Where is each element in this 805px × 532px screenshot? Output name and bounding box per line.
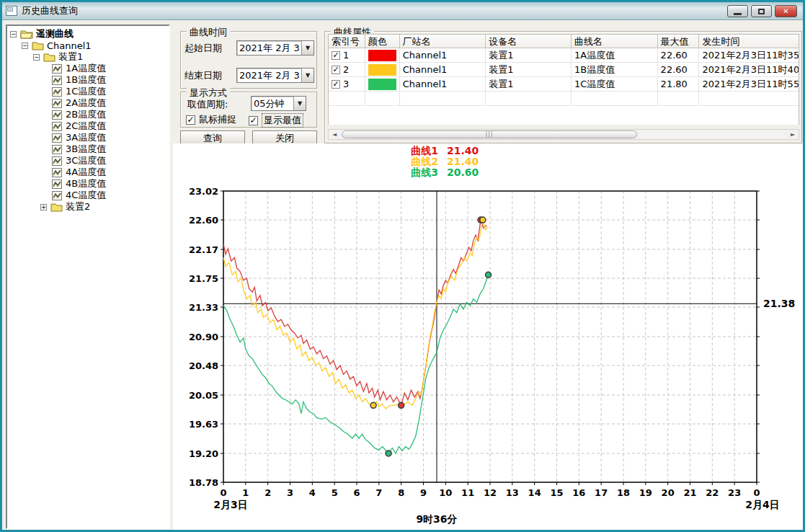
- tree-item-curve[interactable]: 1A温度值: [9, 63, 167, 74]
- svg-text:4: 4: [309, 487, 316, 498]
- svg-text:9时36分: 9时36分: [416, 513, 457, 525]
- tree-item-curve[interactable]: 3B温度值: [9, 143, 167, 155]
- curve-icon: [52, 145, 63, 154]
- svg-text:9: 9: [420, 487, 427, 498]
- svg-text:10: 10: [439, 487, 452, 498]
- folder-icon: [50, 203, 63, 212]
- title-bar[interactable]: 历史曲线查询 ✕: [2, 2, 803, 20]
- station-cell: Channel1: [400, 77, 486, 92]
- col-header-time[interactable]: 发生时间: [699, 35, 799, 48]
- svg-text:20: 20: [662, 487, 675, 498]
- curve-time-group-title: 曲线时间: [187, 26, 230, 39]
- table-header-row[interactable]: 索引号 颜色 厂站名 设备名 曲线名 最大值 发生时间: [329, 35, 799, 48]
- minimize-button[interactable]: [727, 5, 748, 17]
- device-cell: 装置1: [486, 77, 571, 92]
- row-checkbox[interactable]: [332, 51, 340, 60]
- svg-text:0: 0: [220, 487, 226, 498]
- curve-icon: [52, 87, 63, 97]
- empty-table-row: [329, 92, 799, 106]
- collapse-icon[interactable]: [10, 31, 17, 37]
- tree-item-curve[interactable]: 2A温度值: [9, 97, 167, 109]
- row-index: 2: [343, 64, 349, 75]
- svg-text:2月4日: 2月4日: [745, 499, 779, 510]
- col-header-station[interactable]: 厂站名: [400, 35, 486, 48]
- show-extremes-checkbox[interactable]: [249, 116, 258, 125]
- curve-icon: [52, 99, 63, 108]
- legend-item: 曲线3 20.60: [405, 167, 487, 178]
- start-date-row: 起始日期: [184, 42, 234, 55]
- tree-item-curve[interactable]: 4C温度值: [9, 190, 167, 201]
- legend-label: 曲线2: [405, 156, 438, 167]
- table-row[interactable]: 3 Channel1 装置1 1C温度值 21.80 2021年2月3日11时5…: [329, 77, 799, 92]
- show-extremes-checkbox-row[interactable]: 显示最值: [249, 113, 303, 128]
- collapse-icon[interactable]: [33, 54, 40, 61]
- start-date-combo[interactable]: 2021年 2月 3 ▼: [236, 40, 314, 56]
- col-header-device[interactable]: 设备名: [486, 35, 571, 48]
- collapse-icon[interactable]: [22, 43, 28, 49]
- svg-text:23.02: 23.02: [189, 186, 218, 197]
- legend-value: 20.60: [447, 167, 487, 178]
- svg-text:21.75: 21.75: [189, 273, 218, 284]
- table-row[interactable]: 1 Channel1 装置1 1A温度值 22.60 2021年2月3日11时3…: [329, 48, 799, 63]
- time-cell: 2021年2月3日11时55: [699, 77, 799, 92]
- dropdown-arrow-icon[interactable]: ▼: [301, 41, 313, 55]
- max-cell: 21.80: [658, 77, 700, 92]
- close-icon: ✕: [783, 8, 788, 15]
- maximize-icon: [758, 9, 765, 14]
- svg-text:2月3日: 2月3日: [213, 499, 247, 510]
- svg-text:23: 23: [728, 487, 741, 498]
- tree-item-curve[interactable]: 1B温度值: [9, 74, 167, 86]
- mouse-capture-checkbox-row[interactable]: 鼠标捕捉: [186, 113, 236, 126]
- dropdown-arrow-icon[interactable]: ▼: [301, 68, 313, 82]
- chart-legend: 曲线1 21.40 曲线2 21.40 曲线3 20.60: [405, 146, 487, 178]
- svg-text:20.48: 20.48: [189, 360, 218, 371]
- end-date-combo[interactable]: 2021年 2月 3 ▼: [236, 68, 314, 83]
- show-extremes-label: 显示最值: [262, 113, 303, 128]
- scrollbar-thumb[interactable]: |||: [342, 130, 637, 138]
- tree-item-curve[interactable]: 3A温度值: [9, 132, 167, 143]
- period-combo[interactable]: 05分钟 ▼: [251, 96, 306, 111]
- expand-icon[interactable]: [40, 204, 47, 210]
- scroll-right-arrow-icon[interactable]: ►: [787, 130, 799, 139]
- end-date-row: 结束日期: [184, 69, 234, 82]
- table-row[interactable]: 2 Channel1 装置1 1B温度值 22.60 2021年2月3日11时4…: [329, 63, 799, 77]
- scroll-left-arrow-icon[interactable]: ◄: [329, 130, 340, 139]
- col-header-max[interactable]: 最大值: [658, 35, 700, 48]
- chart-area[interactable]: 曲线1 21.40 曲线2 21.40 曲线3 20.60 23.0222.60…: [173, 143, 804, 532]
- curve-properties-table[interactable]: 索引号 颜色 厂站名 设备名 曲线名 最大值 发生时间 1 Channel1 装…: [328, 34, 799, 125]
- mouse-capture-checkbox[interactable]: [186, 115, 195, 125]
- tree-item-curve[interactable]: 3C温度值: [9, 155, 167, 167]
- row-checkbox[interactable]: [332, 66, 340, 74]
- curve-tree[interactable]: 遥测曲线 Channel1 装置1 1A温度值1B温度值1C温度值2A温度值2B…: [6, 25, 170, 529]
- tree-item-device2[interactable]: 装置2: [9, 201, 167, 213]
- curve-cell: 1C温度值: [571, 77, 658, 92]
- tree-item-telemetry-curves[interactable]: 遥测曲线: [9, 28, 167, 40]
- tree-item-curve[interactable]: 2C温度值: [9, 120, 167, 132]
- tree-item-curve[interactable]: 4B温度值: [9, 178, 167, 190]
- svg-text:0: 0: [753, 487, 760, 498]
- curve-chart-svg[interactable]: 23.0222.6022.1721.7521.3320.9020.4820.05…: [173, 143, 804, 532]
- table-horizontal-scrollbar[interactable]: ◄ ||| ►: [328, 129, 799, 140]
- max-cell: 22.60: [658, 48, 700, 63]
- tree-item-channel1[interactable]: Channel1: [9, 40, 167, 51]
- color-swatch: [368, 79, 396, 90]
- curve-cell: 1B温度值: [571, 63, 658, 77]
- end-date-value: 2021年 2月 3: [237, 69, 301, 82]
- col-header-curve[interactable]: 曲线名: [571, 35, 658, 48]
- scrollbar-track[interactable]: |||: [340, 130, 787, 139]
- dropdown-arrow-icon[interactable]: ▼: [293, 97, 306, 110]
- max-cell: 22.60: [658, 63, 700, 77]
- maximize-button[interactable]: [751, 5, 772, 17]
- svg-text:2: 2: [264, 487, 271, 498]
- row-checkbox[interactable]: [332, 80, 340, 89]
- device-cell: 装置1: [486, 63, 571, 77]
- close-button[interactable]: ✕: [775, 5, 797, 17]
- tree-item-curve[interactable]: 1C温度值: [9, 86, 167, 97]
- col-header-index[interactable]: 索引号: [329, 35, 365, 48]
- col-header-color[interactable]: 颜色: [365, 35, 400, 48]
- tree-item-curve[interactable]: 4A温度值: [9, 167, 167, 178]
- legend-item: 曲线1 21.40: [405, 146, 487, 156]
- time-cell: 2021年2月3日11时40: [699, 63, 799, 77]
- tree-item-device1[interactable]: 装置1: [9, 51, 167, 63]
- tree-item-curve[interactable]: 2B温度值: [9, 109, 167, 120]
